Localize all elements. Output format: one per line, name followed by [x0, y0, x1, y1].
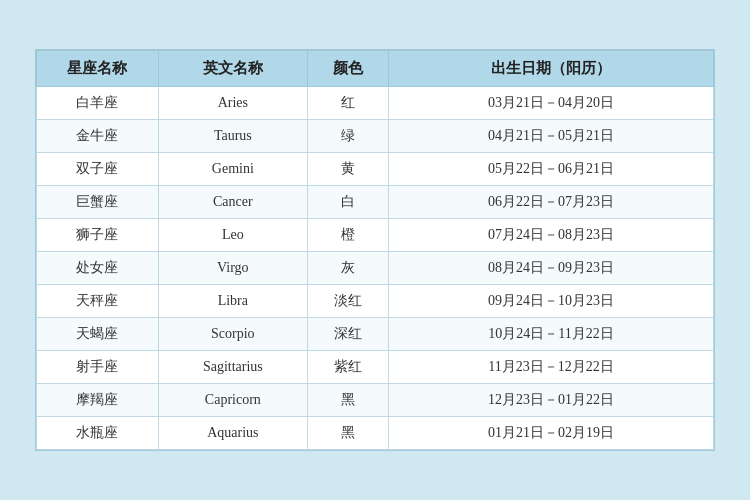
cell-date: 01月21日－02月19日 — [389, 417, 714, 450]
cell-chinese: 天秤座 — [37, 285, 159, 318]
cell-date: 05月22日－06月21日 — [389, 153, 714, 186]
cell-english: Aquarius — [158, 417, 307, 450]
cell-english: Leo — [158, 219, 307, 252]
cell-chinese: 天蝎座 — [37, 318, 159, 351]
cell-english: Libra — [158, 285, 307, 318]
cell-english: Virgo — [158, 252, 307, 285]
cell-date: 09月24日－10月23日 — [389, 285, 714, 318]
table-body: 白羊座Aries红03月21日－04月20日金牛座Taurus绿04月21日－0… — [37, 87, 714, 450]
header-chinese: 星座名称 — [37, 51, 159, 87]
cell-english: Taurus — [158, 120, 307, 153]
table-row: 处女座Virgo灰08月24日－09月23日 — [37, 252, 714, 285]
header-english: 英文名称 — [158, 51, 307, 87]
zodiac-table-container: 星座名称 英文名称 颜色 出生日期（阳历） 白羊座Aries红03月21日－04… — [35, 49, 715, 451]
header-color: 颜色 — [307, 51, 388, 87]
cell-color: 白 — [307, 186, 388, 219]
cell-chinese: 摩羯座 — [37, 384, 159, 417]
cell-chinese: 巨蟹座 — [37, 186, 159, 219]
cell-date: 08月24日－09月23日 — [389, 252, 714, 285]
cell-color: 黄 — [307, 153, 388, 186]
cell-chinese: 金牛座 — [37, 120, 159, 153]
table-row: 白羊座Aries红03月21日－04月20日 — [37, 87, 714, 120]
cell-chinese: 白羊座 — [37, 87, 159, 120]
cell-english: Sagittarius — [158, 351, 307, 384]
cell-english: Scorpio — [158, 318, 307, 351]
cell-color: 灰 — [307, 252, 388, 285]
cell-color: 橙 — [307, 219, 388, 252]
table-row: 天蝎座Scorpio深红10月24日－11月22日 — [37, 318, 714, 351]
cell-chinese: 射手座 — [37, 351, 159, 384]
cell-chinese: 双子座 — [37, 153, 159, 186]
cell-color: 红 — [307, 87, 388, 120]
cell-date: 04月21日－05月21日 — [389, 120, 714, 153]
cell-color: 紫红 — [307, 351, 388, 384]
table-row: 摩羯座Capricorn黑12月23日－01月22日 — [37, 384, 714, 417]
cell-english: Cancer — [158, 186, 307, 219]
header-date: 出生日期（阳历） — [389, 51, 714, 87]
table-row: 金牛座Taurus绿04月21日－05月21日 — [37, 120, 714, 153]
cell-english: Aries — [158, 87, 307, 120]
cell-date: 03月21日－04月20日 — [389, 87, 714, 120]
table-header-row: 星座名称 英文名称 颜色 出生日期（阳历） — [37, 51, 714, 87]
cell-chinese: 处女座 — [37, 252, 159, 285]
table-row: 狮子座Leo橙07月24日－08月23日 — [37, 219, 714, 252]
cell-english: Capricorn — [158, 384, 307, 417]
cell-color: 黑 — [307, 417, 388, 450]
table-row: 双子座Gemini黄05月22日－06月21日 — [37, 153, 714, 186]
cell-chinese: 狮子座 — [37, 219, 159, 252]
cell-color: 淡红 — [307, 285, 388, 318]
cell-chinese: 水瓶座 — [37, 417, 159, 450]
cell-color: 黑 — [307, 384, 388, 417]
cell-date: 12月23日－01月22日 — [389, 384, 714, 417]
cell-date: 06月22日－07月23日 — [389, 186, 714, 219]
cell-date: 07月24日－08月23日 — [389, 219, 714, 252]
zodiac-table: 星座名称 英文名称 颜色 出生日期（阳历） 白羊座Aries红03月21日－04… — [36, 50, 714, 450]
cell-color: 绿 — [307, 120, 388, 153]
table-row: 水瓶座Aquarius黑01月21日－02月19日 — [37, 417, 714, 450]
cell-english: Gemini — [158, 153, 307, 186]
table-row: 巨蟹座Cancer白06月22日－07月23日 — [37, 186, 714, 219]
table-row: 天秤座Libra淡红09月24日－10月23日 — [37, 285, 714, 318]
cell-date: 11月23日－12月22日 — [389, 351, 714, 384]
cell-date: 10月24日－11月22日 — [389, 318, 714, 351]
cell-color: 深红 — [307, 318, 388, 351]
table-row: 射手座Sagittarius紫红11月23日－12月22日 — [37, 351, 714, 384]
